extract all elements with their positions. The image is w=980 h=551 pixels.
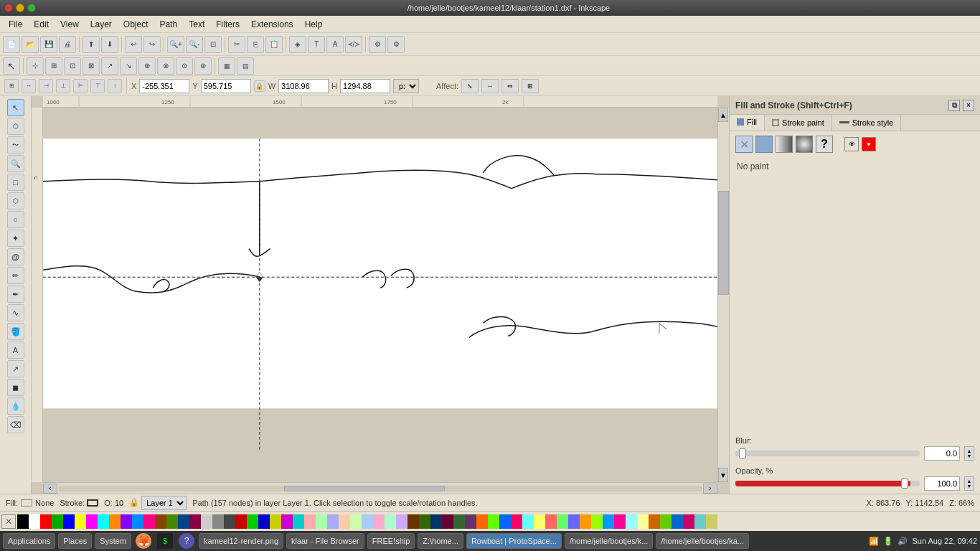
opacity-track[interactable] (735, 481, 920, 486)
snap-btn9[interactable]: ⊙ (176, 57, 193, 75)
lock-btn[interactable]: 🔒 (254, 80, 265, 92)
y-input[interactable] (201, 79, 251, 93)
color-swatch[interactable] (649, 514, 660, 529)
color-swatch[interactable] (258, 514, 270, 529)
gradient-btn[interactable]: ◼ (7, 379, 24, 396)
color-swatch[interactable] (63, 514, 75, 529)
bucket-btn[interactable]: 🪣 (7, 323, 24, 340)
w-input[interactable] (278, 79, 329, 93)
import-btn[interactable]: ⬆ (83, 36, 100, 53)
color-swatch[interactable] (40, 514, 52, 529)
dist-btn[interactable]: ↔ (22, 79, 36, 93)
paste-btn[interactable]: 📋 (265, 36, 283, 53)
terminal-icon[interactable]: $ (157, 533, 173, 549)
hscrollbar[interactable]: ‹ › (43, 482, 717, 494)
menu-text[interactable]: Text (183, 18, 210, 31)
snap-btn8[interactable]: ⊗ (157, 57, 174, 75)
snap-btn5[interactable]: ↗ (101, 57, 118, 75)
color-swatch[interactable] (293, 514, 304, 529)
affect-btn4[interactable]: ⊞ (522, 79, 539, 93)
color-swatch[interactable] (143, 514, 155, 529)
color-swatch[interactable] (373, 514, 385, 529)
align-btn3[interactable]: ⊢ (73, 79, 88, 93)
rect-tool-btn[interactable]: □ (7, 174, 24, 191)
snap-btn4[interactable]: ⊠ (83, 57, 100, 75)
calligraphy-btn[interactable]: ∿ (7, 304, 24, 321)
color-swatch[interactable] (178, 514, 189, 529)
opacity-value-input[interactable] (924, 476, 960, 491)
color-swatch[interactable] (224, 514, 235, 529)
circle-tool-btn[interactable]: ○ (7, 211, 24, 228)
color-swatch[interactable] (121, 514, 132, 529)
print-btn[interactable]: 🖨 (59, 36, 76, 53)
transform-btn[interactable]: ⊞ (4, 79, 19, 93)
snap-btn1[interactable]: ⊹ (27, 57, 44, 75)
color-swatch[interactable] (52, 514, 63, 529)
copy-btn[interactable]: ⎘ (247, 36, 264, 53)
stroke-btn[interactable]: T (308, 36, 325, 53)
color-swatch[interactable] (499, 514, 511, 529)
pen-tool-btn[interactable]: ✒ (7, 286, 24, 303)
menu-object[interactable]: Object (118, 18, 154, 31)
color-swatch[interactable] (453, 514, 465, 529)
color-swatch[interactable] (339, 514, 350, 529)
vscroll-track[interactable] (718, 122, 729, 468)
color-swatch[interactable] (557, 514, 568, 529)
color-swatch[interactable] (155, 514, 166, 529)
color-swatch[interactable] (488, 514, 499, 529)
taskbar-system[interactable]: System (95, 533, 131, 549)
color-swatch[interactable] (637, 514, 649, 529)
node-tool-btn[interactable]: ⬡ (7, 118, 24, 135)
task-freeship[interactable]: FREE!ship (367, 533, 415, 549)
xml-btn[interactable]: ≺/≻ (345, 36, 362, 53)
undo-btn[interactable]: ↩ (125, 36, 142, 53)
color-swatch[interactable] (316, 514, 327, 529)
color-swatch[interactable] (350, 514, 362, 529)
select-tool[interactable]: ↖ (3, 57, 20, 75)
select-tool-btn[interactable]: ↖ (7, 99, 24, 116)
no-paint-btn[interactable]: ✕ (735, 136, 753, 153)
align-btn1[interactable]: ⊣ (39, 79, 53, 93)
unknown-paint-btn[interactable]: ? (816, 136, 833, 153)
color-swatch[interactable] (614, 514, 626, 529)
color-swatch[interactable] (281, 514, 293, 529)
affect-btn3[interactable]: ⇔ (501, 79, 519, 93)
canvas-area[interactable]: 1000 1250 1500 1750 2k 5 (32, 96, 729, 494)
redo-btn[interactable]: ↪ (143, 36, 161, 53)
taskbar-places[interactable]: Places (58, 533, 92, 549)
flat-color-btn[interactable] (755, 136, 773, 153)
menu-file[interactable]: File (3, 18, 28, 31)
unit-select[interactable]: px mm in (393, 79, 419, 93)
tab-fill[interactable]: Fill (730, 115, 765, 131)
color-swatch[interactable] (362, 514, 373, 529)
help-icon[interactable]: ? (179, 533, 194, 549)
text-tool-btn[interactable]: A (7, 342, 24, 359)
color-swatch[interactable] (694, 514, 706, 529)
export-btn[interactable]: ⬇ (101, 36, 118, 53)
3d-box-btn[interactable]: ⬡ (7, 192, 24, 209)
color-swatch[interactable] (166, 514, 178, 529)
zoom-in-btn[interactable]: 🔍+ (167, 36, 184, 53)
view-btn2[interactable]: ▤ (237, 57, 254, 75)
color-swatch[interactable] (430, 514, 442, 529)
inkscape-prefs-btn[interactable]: ⚙ (387, 36, 405, 53)
color-swatch[interactable] (396, 514, 407, 529)
tweak-tool-btn[interactable]: 〜 (7, 136, 24, 154)
color-swatch[interactable] (683, 514, 694, 529)
open-btn[interactable]: 📂 (22, 36, 39, 53)
hscroll-left[interactable]: ‹ (43, 484, 57, 494)
menu-filters[interactable]: Filters (210, 18, 245, 31)
dropper-btn[interactable]: 💧 (7, 397, 24, 415)
color-swatch[interactable] (17, 514, 29, 529)
color-swatch[interactable] (201, 514, 212, 529)
taskbar-applications[interactable]: Applications (3, 533, 55, 549)
view-btn1[interactable]: ▦ (218, 57, 235, 75)
layer-select[interactable]: Layer 1 (141, 496, 187, 510)
menu-help[interactable]: Help (299, 18, 329, 31)
color-swatch[interactable] (109, 514, 121, 529)
menu-edit[interactable]: Edit (28, 18, 55, 31)
drawing-svg[interactable] (43, 108, 717, 482)
zoom-out-btn[interactable]: 🔍- (186, 36, 203, 53)
vscrollbar[interactable]: ▲ ▼ (717, 108, 729, 482)
minimize-button[interactable] (16, 4, 24, 12)
